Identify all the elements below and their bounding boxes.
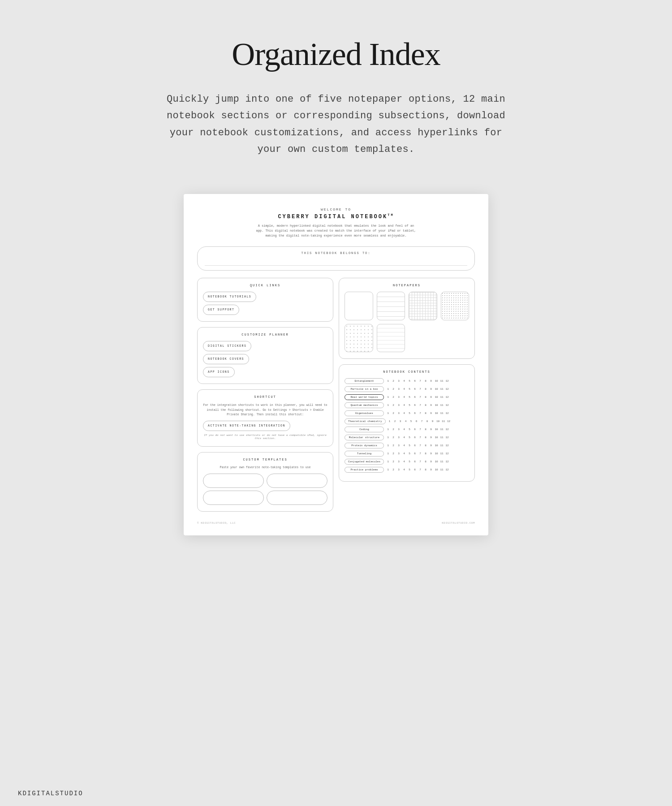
- page-num[interactable]: 8: [423, 460, 428, 463]
- table-row[interactable]: Coding123456789101112: [345, 427, 469, 432]
- table-row[interactable]: Molecular structure123456789101112: [345, 435, 469, 440]
- page-num[interactable]: 12: [445, 412, 449, 415]
- page-num[interactable]: 10: [434, 388, 439, 391]
- page-num[interactable]: 5: [407, 379, 412, 383]
- page-num[interactable]: 1: [386, 444, 390, 447]
- page-num[interactable]: 12: [447, 420, 451, 423]
- page-num[interactable]: 10: [434, 460, 439, 463]
- page-num[interactable]: 1: [388, 420, 392, 423]
- notepaper-lined[interactable]: [377, 292, 405, 320]
- page-num[interactable]: 8: [423, 379, 428, 383]
- page-num[interactable]: 6: [413, 404, 417, 407]
- page-num[interactable]: 4: [402, 460, 406, 463]
- page-num[interactable]: 6: [413, 428, 417, 431]
- page-num[interactable]: 3: [396, 444, 401, 447]
- page-num[interactable]: 10: [434, 379, 439, 383]
- page-num[interactable]: 11: [439, 396, 444, 399]
- table-row[interactable]: Tunneling123456789101112: [345, 451, 469, 457]
- page-num[interactable]: 12: [445, 452, 449, 455]
- page-num[interactable]: 4: [404, 420, 408, 423]
- page-num[interactable]: 5: [407, 468, 412, 471]
- page-num[interactable]: 3: [396, 468, 401, 471]
- page-num[interactable]: 11: [439, 436, 444, 439]
- page-num[interactable]: 9: [429, 428, 433, 431]
- page-num[interactable]: 2: [391, 460, 396, 463]
- page-num[interactable]: 9: [429, 452, 433, 455]
- page-num[interactable]: 3: [396, 460, 401, 463]
- page-num[interactable]: 12: [445, 436, 449, 439]
- page-num[interactable]: 11: [439, 379, 444, 383]
- page-num[interactable]: 9: [429, 460, 433, 463]
- page-num[interactable]: 3: [396, 428, 401, 431]
- page-num[interactable]: 6: [413, 379, 417, 383]
- page-num[interactable]: 8: [423, 444, 428, 447]
- page-num[interactable]: 5: [407, 412, 412, 415]
- template-slot-2[interactable]: [267, 474, 327, 488]
- page-num[interactable]: 9: [429, 468, 433, 471]
- page-num[interactable]: 12: [445, 388, 449, 391]
- page-num[interactable]: 8: [423, 452, 428, 455]
- page-num[interactable]: 10: [434, 436, 439, 439]
- notepaper-sparse[interactable]: [345, 324, 373, 353]
- page-num[interactable]: 2: [393, 420, 397, 423]
- page-num[interactable]: 1: [386, 388, 390, 391]
- page-num[interactable]: 2: [391, 396, 396, 399]
- page-num[interactable]: 2: [391, 379, 396, 383]
- template-slot-1[interactable]: [203, 474, 264, 488]
- notepaper-dotgrid[interactable]: [441, 292, 470, 320]
- page-num[interactable]: 11: [439, 460, 444, 463]
- page-num[interactable]: 10: [434, 444, 439, 447]
- page-num[interactable]: 11: [439, 404, 444, 407]
- table-row[interactable]: Eigenvalues123456789101112: [345, 410, 469, 416]
- page-num[interactable]: 7: [418, 444, 422, 447]
- page-num[interactable]: 12: [445, 444, 449, 447]
- page-num[interactable]: 8: [423, 468, 428, 471]
- activate-integration-button[interactable]: ACTIVATE NOTE-TAKING INTEGRATION: [203, 421, 290, 431]
- page-num[interactable]: 1: [386, 468, 390, 471]
- page-num[interactable]: 6: [413, 444, 417, 447]
- page-num[interactable]: 5: [407, 436, 412, 439]
- page-num[interactable]: 5: [407, 428, 412, 431]
- page-num[interactable]: 2: [391, 404, 396, 407]
- page-num[interactable]: 4: [402, 396, 406, 399]
- page-num[interactable]: 11: [439, 444, 444, 447]
- page-num[interactable]: 5: [407, 396, 412, 399]
- notebook-tutorials-button[interactable]: NOTEBOOK TUTORIALS: [203, 292, 256, 302]
- page-num[interactable]: 7: [418, 412, 422, 415]
- page-num[interactable]: 3: [396, 404, 401, 407]
- table-row[interactable]: Real world topics123456789101112: [345, 394, 469, 400]
- page-num[interactable]: 12: [445, 379, 449, 383]
- table-row[interactable]: Practice problems123456789101112: [345, 467, 469, 473]
- page-num[interactable]: 5: [407, 404, 412, 407]
- page-num[interactable]: 3: [396, 379, 401, 383]
- page-num[interactable]: 7: [418, 404, 422, 407]
- table-row[interactable]: Theoretical chemistry123456789101112: [345, 418, 469, 424]
- page-num[interactable]: 1: [386, 404, 390, 407]
- template-slot-4[interactable]: [267, 491, 327, 505]
- page-num[interactable]: 3: [398, 420, 403, 423]
- page-num[interactable]: 1: [386, 428, 390, 431]
- page-num[interactable]: 6: [413, 468, 417, 471]
- page-num[interactable]: 11: [439, 452, 444, 455]
- page-num[interactable]: 5: [407, 444, 412, 447]
- page-num[interactable]: 4: [402, 412, 406, 415]
- page-num[interactable]: 9: [429, 404, 433, 407]
- page-num[interactable]: 6: [413, 452, 417, 455]
- page-num[interactable]: 9: [429, 412, 433, 415]
- app-icons-button[interactable]: APP ICONS: [203, 367, 235, 377]
- page-num[interactable]: 2: [391, 468, 396, 471]
- page-num[interactable]: 12: [445, 460, 449, 463]
- table-row[interactable]: Conjugated molecules123456789101112: [345, 459, 469, 465]
- notebook-covers-button[interactable]: NOTEBOOK COVERS: [203, 354, 249, 364]
- page-num[interactable]: 7: [418, 436, 422, 439]
- page-num[interactable]: 1: [386, 452, 390, 455]
- notepaper-grid[interactable]: [409, 292, 437, 320]
- page-num[interactable]: 2: [391, 436, 396, 439]
- page-num[interactable]: 9: [429, 436, 433, 439]
- page-num[interactable]: 4: [402, 388, 406, 391]
- page-num[interactable]: 4: [402, 428, 406, 431]
- page-num[interactable]: 12: [445, 468, 449, 471]
- page-num[interactable]: 12: [445, 428, 449, 431]
- page-num[interactable]: 1: [386, 436, 390, 439]
- page-num[interactable]: 7: [418, 428, 422, 431]
